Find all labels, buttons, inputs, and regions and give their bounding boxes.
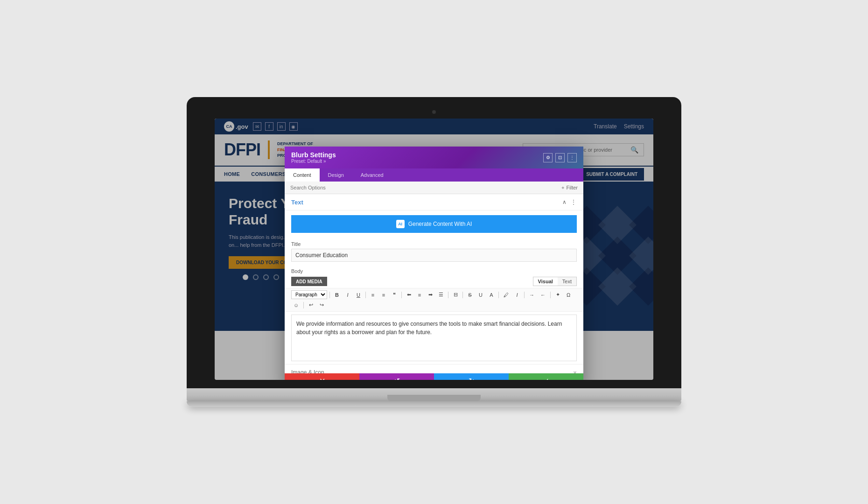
table-button[interactable]: ⊟ xyxy=(451,290,460,299)
modal-more-icon[interactable]: ⋮ xyxy=(567,153,577,162)
editor-content-area[interactable]: We provide information and resources to … xyxy=(291,315,577,361)
align-justify-button[interactable]: ☰ xyxy=(436,290,446,299)
italic-button[interactable]: I xyxy=(343,291,352,299)
modal-header: Blurb Settings Preset: Default » ⚙ ⊡ ⋮ xyxy=(285,147,583,168)
omega-button[interactable]: Ω xyxy=(564,291,573,299)
laptop-base xyxy=(187,388,681,401)
toolbar-sep-7 xyxy=(524,292,525,298)
blurb-settings-modal: Blurb Settings Preset: Default » ⚙ ⊡ ⋮ xyxy=(285,147,583,380)
tab-advanced[interactable]: Advanced xyxy=(352,168,392,182)
modal-search-bar: + Filter xyxy=(285,182,583,194)
align-left-button[interactable]: ⬅ xyxy=(404,290,413,299)
underline2-button[interactable]: U xyxy=(476,291,485,299)
tab-design[interactable]: Design xyxy=(320,168,352,182)
toolbar-sep-3 xyxy=(401,292,402,298)
text-section-header: Text ∧ ⋮ xyxy=(285,194,583,210)
toolbar-sep-2 xyxy=(365,292,366,298)
image-icon-section[interactable]: Image & Icon ∨ xyxy=(285,364,583,373)
image-icon-label: Image & Icon xyxy=(291,369,324,373)
redo-toolbar-button[interactable]: ↪ xyxy=(317,301,326,309)
editor-buttons: ADD MEDIA Visual Text xyxy=(285,275,583,288)
laptop-notch xyxy=(387,395,481,401)
strikethrough-button[interactable]: S xyxy=(465,291,475,299)
screen-bezel: CA .gov ✉ f in ◉ Translate Settings xyxy=(187,97,681,388)
cancel-button[interactable]: ✕ xyxy=(285,373,359,380)
toolbar-sep-6 xyxy=(498,292,499,298)
bold-button[interactable]: B xyxy=(332,291,342,299)
filter-label: Filter xyxy=(567,185,578,190)
modal-overlay: Blurb Settings Preset: Default » ⚙ ⊡ ⋮ xyxy=(215,119,653,380)
modal-settings-icon[interactable]: ⚙ xyxy=(543,153,553,162)
ai-generate-label: Generate Content With AI xyxy=(408,221,472,227)
indent-button[interactable]: → xyxy=(527,291,537,299)
toolbar-sep-4 xyxy=(448,292,448,298)
section-collapse-icon[interactable]: ∧ xyxy=(562,199,567,205)
view-tabs: Visual Text xyxy=(533,277,577,286)
align-center-button[interactable]: ≡ xyxy=(415,291,424,299)
underline-button[interactable]: U xyxy=(354,291,363,299)
undo-toolbar-button[interactable]: ↩ xyxy=(306,301,315,309)
visual-tab[interactable]: Visual xyxy=(533,277,558,286)
confirm-button[interactable]: ✓ xyxy=(509,373,583,380)
filter-icon: + xyxy=(561,185,564,190)
toolbar-sep-8 xyxy=(550,292,551,298)
title-field-group: Title xyxy=(285,238,583,266)
laptop-camera xyxy=(432,110,436,114)
image-icon-chevron: ∨ xyxy=(573,370,577,373)
modal-expand-icon[interactable]: ⊡ xyxy=(555,153,565,162)
text-tab[interactable]: Text xyxy=(558,277,576,286)
paragraph-select[interactable]: Paragraph xyxy=(291,290,327,299)
toolbar-sep-1 xyxy=(329,292,330,298)
clear-format-button[interactable]: 🖊 xyxy=(501,291,511,299)
title-field-label: Title xyxy=(291,241,577,247)
special-chars-button[interactable]: ✦ xyxy=(553,290,562,299)
section-menu-icon[interactable]: ⋮ xyxy=(570,198,577,206)
add-media-button[interactable]: ADD MEDIA xyxy=(291,277,327,286)
body-field-label: Body xyxy=(285,266,583,275)
modal-tabs: Content Design Advanced xyxy=(285,168,583,182)
ai-badge-icon: AI xyxy=(396,220,405,228)
text-section-title: Text xyxy=(291,199,303,206)
modal-footer: ✕ ↺ ↻ ✓ xyxy=(285,373,583,380)
laptop-shell: CA .gov ✉ f in ◉ Translate Settings xyxy=(187,97,681,407)
tab-content[interactable]: Content xyxy=(285,168,320,182)
ai-generate-button[interactable]: AI Generate Content With AI xyxy=(291,215,577,233)
align-right-button[interactable]: ➡ xyxy=(426,290,435,299)
modal-search-input[interactable] xyxy=(290,185,355,190)
rich-text-toolbar: Paragraph B I U ≡ ≡ ❝ xyxy=(285,288,583,312)
blockquote-button[interactable]: ❝ xyxy=(390,290,399,299)
outdent-button[interactable]: ← xyxy=(538,291,548,299)
section-actions: ∧ ⋮ xyxy=(562,198,577,206)
modal-body: Text ∧ ⋮ AI Generate Content With AI xyxy=(285,194,583,373)
modal-controls: ⚙ ⊡ ⋮ xyxy=(543,153,577,162)
ol-button[interactable]: ≡ xyxy=(379,291,388,299)
modal-preset: Preset: Default » xyxy=(291,159,336,164)
modal-header-left: Blurb Settings Preset: Default » xyxy=(291,151,336,164)
modal-title: Blurb Settings xyxy=(291,151,336,159)
emoji-button[interactable]: ☺ xyxy=(291,301,301,309)
redo-button[interactable]: ↻ xyxy=(434,373,509,380)
laptop-bottom-bar xyxy=(187,401,681,407)
toolbar-sep-9 xyxy=(303,302,304,308)
color-button[interactable]: A xyxy=(487,291,496,299)
ul-button[interactable]: ≡ xyxy=(368,291,378,299)
undo-button[interactable]: ↺ xyxy=(359,373,434,380)
title-field-input[interactable] xyxy=(291,249,577,262)
website: CA .gov ✉ f in ◉ Translate Settings xyxy=(215,119,653,380)
filter-button[interactable]: + Filter xyxy=(561,185,578,190)
toolbar-sep-5 xyxy=(462,292,463,298)
italic2-button[interactable]: I xyxy=(512,291,522,299)
laptop-screen: CA .gov ✉ f in ◉ Translate Settings xyxy=(215,119,653,380)
